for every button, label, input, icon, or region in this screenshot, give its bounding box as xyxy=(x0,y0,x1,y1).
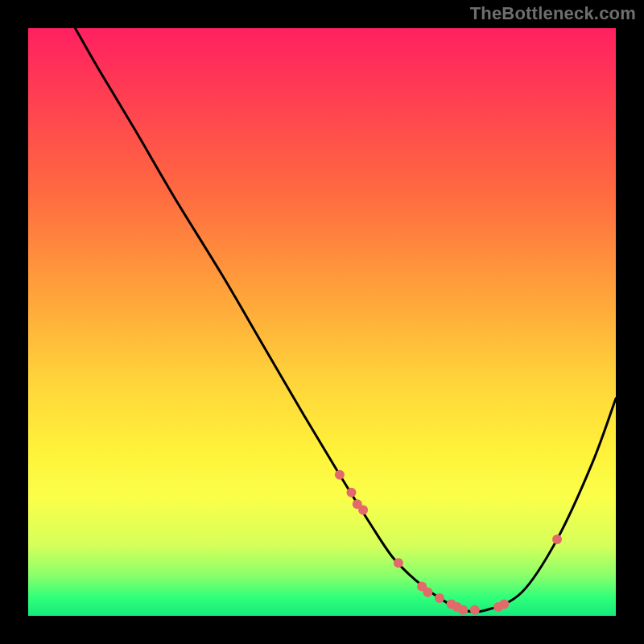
marker-dot xyxy=(470,605,480,615)
bottleneck-curve xyxy=(75,28,616,612)
marker-dot xyxy=(423,588,432,597)
marker-dot xyxy=(458,605,468,615)
marker-dot xyxy=(347,488,357,497)
curve-layer xyxy=(28,28,616,616)
chart-frame: TheBottleneck.com xyxy=(0,0,644,644)
watermark-text: TheBottleneck.com xyxy=(470,3,636,24)
marker-dot xyxy=(394,558,403,568)
marker-dot xyxy=(358,506,368,515)
marker-dot xyxy=(335,470,345,480)
marker-dot xyxy=(499,599,509,609)
highlight-points xyxy=(335,470,562,615)
plot-area xyxy=(28,28,616,616)
marker-dot xyxy=(435,593,444,603)
marker-dot xyxy=(552,535,562,544)
